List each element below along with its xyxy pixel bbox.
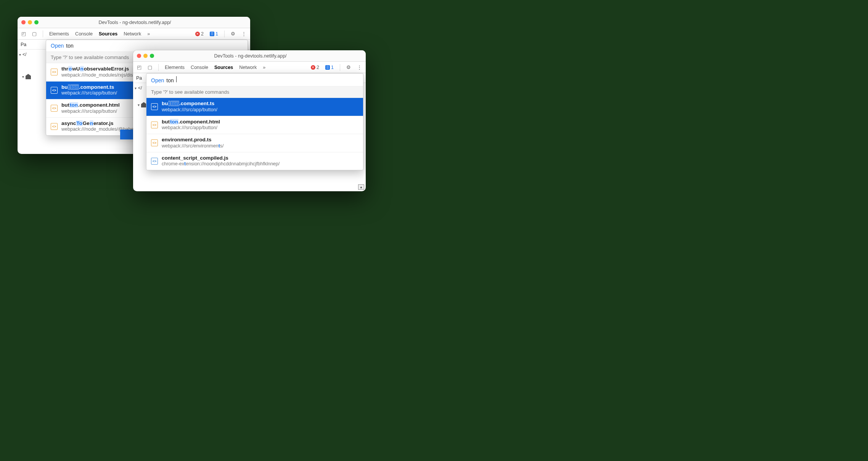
result-path: chrome-extension://noondiphcddnnabmjcihc… <box>162 161 280 167</box>
tab-console[interactable]: Console <box>75 31 93 37</box>
result-title: environment.prod.ts <box>162 137 224 143</box>
gear-icon[interactable]: ⚙ <box>346 64 351 70</box>
file-icon: <> <box>151 122 158 128</box>
error-badge[interactable]: ✕2 <box>311 65 319 70</box>
titlebar: DevTools - ng-devtools.netlify.app/ <box>133 50 366 62</box>
result-title: button.component.html <box>61 102 120 109</box>
result-item[interactable]: <>button.component.tswebpack:///src/app/… <box>146 98 363 116</box>
tab-network[interactable]: Network <box>124 31 141 37</box>
device-icon[interactable]: ▢ <box>148 64 152 70</box>
more-icon[interactable]: ⋮ <box>357 64 362 70</box>
tab-console[interactable]: Console <box>191 65 208 70</box>
file-icon: <> <box>51 69 58 75</box>
file-icon: <> <box>151 139 158 146</box>
result-title: content_script_compiled.js <box>162 155 280 162</box>
maximize-button[interactable] <box>34 20 39 24</box>
overflow-icon[interactable]: » <box>263 65 265 70</box>
result-path: webpack:///src/app/button/ <box>61 109 120 115</box>
result-title: button.component.html <box>162 119 220 125</box>
file-icon: <> <box>51 123 58 130</box>
result-path: webpack:///node_modules/rxjs/dist/esm <box>61 72 145 78</box>
maximize-button[interactable] <box>150 54 154 58</box>
overflow-icon[interactable]: » <box>147 31 150 37</box>
result-item[interactable]: <>environment.prod.tswebpack:///src/envi… <box>146 134 363 152</box>
drawer-toggle[interactable]: ▲ <box>358 184 364 190</box>
page-tab-truncated[interactable]: Pa <box>21 42 26 47</box>
query-input[interactable]: Open ton <box>46 40 248 51</box>
tab-elements[interactable]: Elements <box>165 65 185 70</box>
result-title: button.component.ts <box>61 84 117 91</box>
window-title: DevTools - ng-devtools.netlify.app/ <box>154 53 362 59</box>
result-title: throwUnobservableError.js <box>61 66 145 72</box>
page-tab-truncated[interactable]: Pa <box>136 75 142 81</box>
close-button[interactable] <box>21 20 26 24</box>
minimize-button[interactable] <box>28 20 32 24</box>
devtools-toolbar: ◰ ▢ Elements Console Sources Network » ✕… <box>133 62 366 73</box>
inspect-icon[interactable]: ◰ <box>21 31 26 37</box>
devtools-toolbar: ◰ ▢ Elements Console Sources Network » ✕… <box>18 28 250 40</box>
tab-elements[interactable]: Elements <box>49 31 69 37</box>
results-list-b: <>button.component.tswebpack:///src/app/… <box>146 98 363 170</box>
minimize-button[interactable] <box>143 54 148 58</box>
hint-text: Type '?' to see available commands <box>146 86 363 98</box>
close-button[interactable] <box>137 54 141 58</box>
result-path: webpack:///src/app/button/ <box>162 125 220 131</box>
file-icon: <> <box>51 87 58 94</box>
more-icon[interactable]: ⋮ <box>241 31 246 37</box>
file-icon: <> <box>51 105 58 112</box>
result-path: webpack:///src/app/button/ <box>61 90 117 96</box>
devtools-window-after: DevTools - ng-devtools.netlify.app/ ◰ ▢ … <box>133 50 366 191</box>
result-path: webpack:///src/environments/ <box>162 143 224 149</box>
file-icon: <> <box>151 158 158 165</box>
result-title: button.component.ts <box>162 101 217 107</box>
tab-sources[interactable]: Sources <box>214 65 233 70</box>
error-badge[interactable]: ✕2 <box>195 31 204 37</box>
info-badge[interactable]: ☰1 <box>210 31 218 37</box>
result-item[interactable]: <>content_script_compiled.jschrome-exten… <box>146 152 363 170</box>
info-badge[interactable]: ☰1 <box>325 65 334 70</box>
tab-network[interactable]: Network <box>239 65 257 70</box>
tab-sources[interactable]: Sources <box>99 31 117 37</box>
result-item[interactable]: <>button.component.htmlwebpack:///src/ap… <box>146 116 363 134</box>
result-path: webpack:///src/app/button/ <box>162 107 217 113</box>
window-title: DevTools - ng-devtools.netlify.app/ <box>39 20 246 25</box>
device-icon[interactable]: ▢ <box>32 31 37 37</box>
inspect-icon[interactable]: ◰ <box>137 64 141 70</box>
file-icon: <> <box>151 103 158 110</box>
titlebar: DevTools - ng-devtools.netlify.app/ <box>18 17 250 28</box>
gear-icon[interactable]: ⚙ <box>231 31 235 37</box>
query-input[interactable]: Open ton <box>146 74 363 86</box>
quick-open-popup: Open ton Type '?' to see available comma… <box>146 73 363 170</box>
